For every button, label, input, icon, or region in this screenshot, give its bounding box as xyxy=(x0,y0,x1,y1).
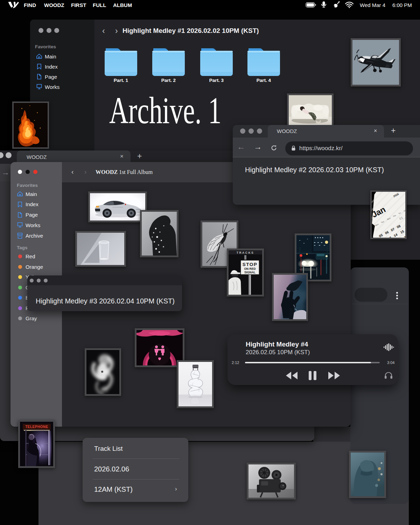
svg-text:TRACKS: TRACKS xyxy=(237,251,254,254)
svg-text:TELEPHONE: TELEPHONE xyxy=(25,425,48,429)
svg-text:SIGNAL: SIGNAL xyxy=(244,271,255,274)
svg-text:STOP: STOP xyxy=(243,262,258,267)
svg-text:ON RED: ON RED xyxy=(244,267,255,271)
